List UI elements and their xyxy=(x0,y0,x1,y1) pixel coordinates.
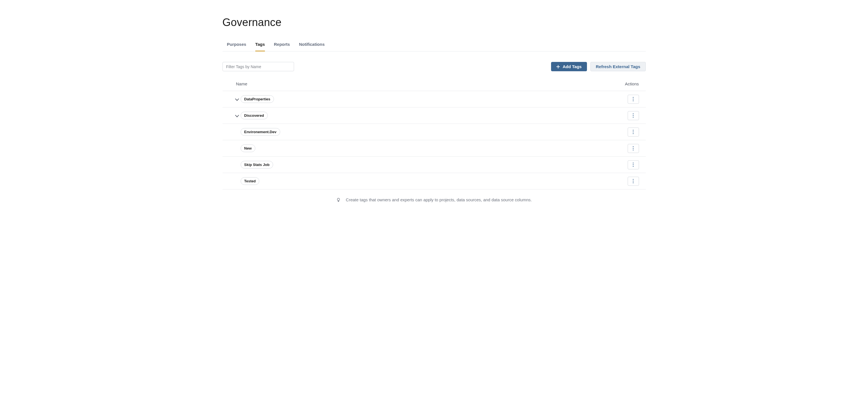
row-actions-button[interactable] xyxy=(628,144,639,153)
table-row: New xyxy=(222,140,646,157)
tags-table: Name Actions DataPropertiesDiscoveredEnv… xyxy=(222,77,646,189)
tab-reports[interactable]: Reports xyxy=(274,39,290,52)
actions-cell xyxy=(622,160,639,169)
tag-name-cell: DataProperties xyxy=(241,95,622,103)
expand-toggle[interactable] xyxy=(233,98,241,101)
tag-pill[interactable]: Environement.Dev xyxy=(241,128,280,136)
table-row: Tested xyxy=(222,173,646,189)
chevron-down-icon xyxy=(235,97,239,101)
tab-tags[interactable]: Tags xyxy=(255,39,265,52)
plus-icon xyxy=(556,65,560,68)
table-row: DataProperties xyxy=(222,91,646,108)
kebab-icon xyxy=(633,146,633,150)
kebab-icon xyxy=(633,162,633,167)
table-body: DataPropertiesDiscoveredEnvironement.Dev… xyxy=(222,91,646,189)
hint-banner: Create tags that owners and experts can … xyxy=(222,198,646,202)
row-actions-button[interactable] xyxy=(628,160,639,169)
tabs: Purposes Tags Reports Notifications xyxy=(222,39,646,52)
actions-cell xyxy=(622,177,639,186)
table-row: Discovered xyxy=(222,108,646,124)
table-header: Name Actions xyxy=(222,77,646,91)
tag-pill[interactable]: Skip Stats Job xyxy=(241,161,273,169)
tag-pill[interactable]: New xyxy=(241,145,256,152)
filter-tags-input[interactable] xyxy=(222,62,294,71)
page-title: Governance xyxy=(222,17,646,29)
hint-text: Create tags that owners and experts can … xyxy=(346,198,532,202)
add-tags-button[interactable]: Add Tags xyxy=(551,62,587,71)
tag-name-cell: Skip Stats Job xyxy=(241,161,622,169)
row-actions-button[interactable] xyxy=(628,177,639,186)
tag-pill[interactable]: Discovered xyxy=(241,112,268,119)
table-row: Environement.Dev xyxy=(222,124,646,140)
actions-cell xyxy=(622,127,639,137)
kebab-icon xyxy=(633,130,633,134)
toolbar-buttons: Add Tags Refresh External Tags xyxy=(551,62,646,71)
kebab-icon xyxy=(633,113,633,118)
chevron-down-icon xyxy=(235,113,239,117)
row-actions-button[interactable] xyxy=(628,95,639,104)
tag-pill[interactable]: Tested xyxy=(241,177,259,185)
actions-cell xyxy=(622,111,639,120)
kebab-icon xyxy=(633,179,633,183)
add-tags-label: Add Tags xyxy=(563,64,582,69)
tab-notifications[interactable]: Notifications xyxy=(299,39,324,52)
tab-purposes[interactable]: Purposes xyxy=(227,39,246,52)
refresh-external-tags-button[interactable]: Refresh External Tags xyxy=(590,62,646,71)
kebab-icon xyxy=(633,97,633,101)
tag-name-cell: Tested xyxy=(241,177,622,185)
toolbar: Add Tags Refresh External Tags xyxy=(222,62,646,71)
actions-cell xyxy=(622,95,639,104)
expand-toggle[interactable] xyxy=(233,114,241,117)
lightbulb-icon xyxy=(336,198,341,202)
column-header-actions: Actions xyxy=(616,82,639,86)
table-row: Skip Stats Job xyxy=(222,157,646,173)
tag-name-cell: New xyxy=(241,145,622,152)
refresh-external-tags-label: Refresh External Tags xyxy=(596,64,640,69)
column-header-name: Name xyxy=(236,82,616,86)
row-actions-button[interactable] xyxy=(628,111,639,120)
tag-pill[interactable]: DataProperties xyxy=(241,95,274,103)
row-actions-button[interactable] xyxy=(628,127,639,137)
tag-name-cell: Environement.Dev xyxy=(241,128,622,136)
tag-name-cell: Discovered xyxy=(241,112,622,119)
actions-cell xyxy=(622,144,639,153)
